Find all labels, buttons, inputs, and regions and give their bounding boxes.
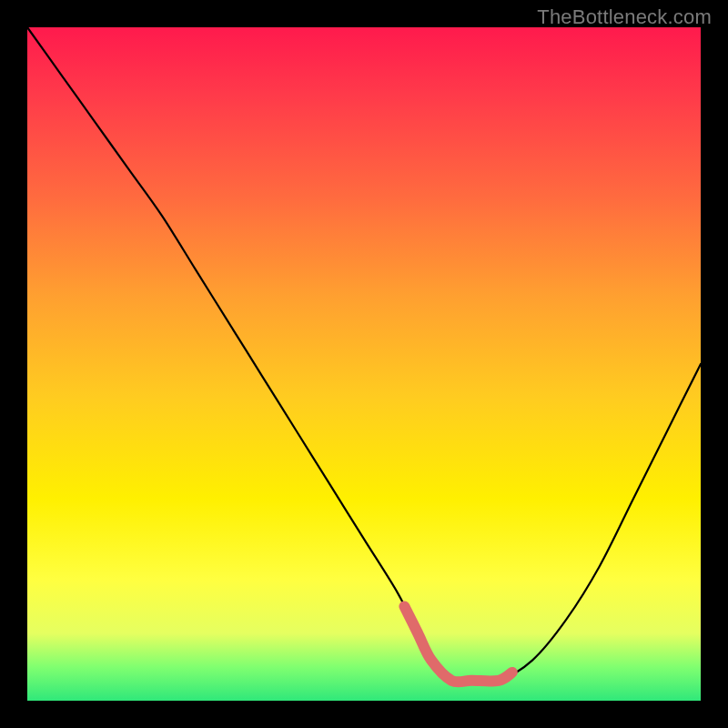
plot-area xyxy=(27,27,701,701)
chart-stage: TheBottleneck.com xyxy=(0,0,728,728)
bottleneck-curve-path xyxy=(27,27,701,682)
bottleneck-curve-highlight xyxy=(404,606,511,682)
curve-svg xyxy=(27,27,701,701)
watermark-text: TheBottleneck.com xyxy=(537,5,712,29)
